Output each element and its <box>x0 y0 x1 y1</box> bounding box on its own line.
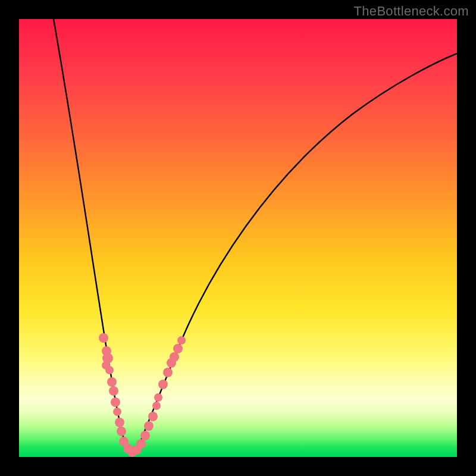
marker-dot <box>154 393 162 402</box>
marker-dot <box>170 352 179 362</box>
marker-dot <box>177 336 186 345</box>
marker-dot <box>144 421 154 431</box>
marker-dot <box>173 344 183 353</box>
marker-dot <box>99 333 108 343</box>
marker-dot <box>152 402 161 410</box>
marker-dot <box>158 380 168 389</box>
marker-dot <box>107 377 117 387</box>
marker-dot <box>148 412 158 421</box>
marker-dot <box>163 368 173 377</box>
marker-dot <box>117 427 126 436</box>
marker-dot <box>115 418 124 427</box>
marker-dot <box>113 408 121 416</box>
plot-area <box>19 19 457 457</box>
watermark-text: TheBottleneck.com <box>354 4 469 19</box>
marker-dot <box>105 366 114 374</box>
markers-group <box>99 333 186 457</box>
marker-dot <box>109 386 118 396</box>
chart-frame: TheBottleneck.com <box>0 0 476 476</box>
marker-dot <box>140 431 150 440</box>
chart-svg <box>19 19 457 457</box>
marker-dot <box>111 397 120 407</box>
marker-dot <box>136 439 146 449</box>
